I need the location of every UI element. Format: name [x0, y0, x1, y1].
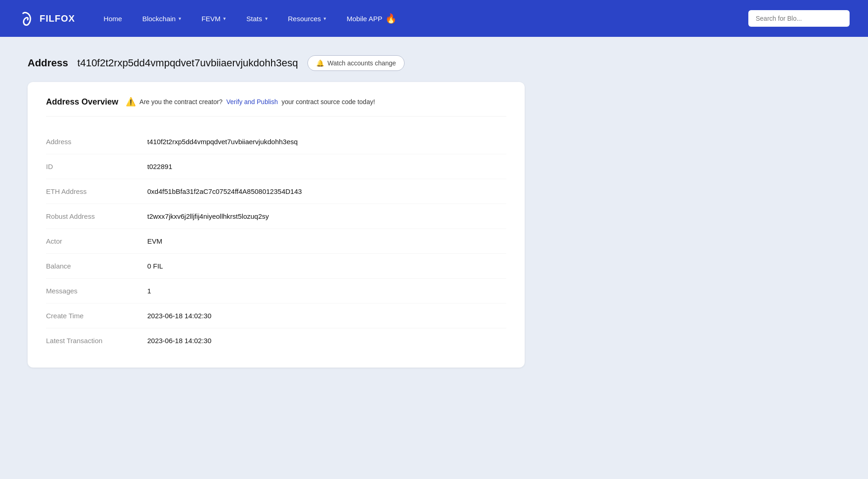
table-row: Messages1	[46, 279, 506, 304]
field-label: Messages	[46, 287, 147, 295]
nav-item-fevm[interactable]: FEVM ▾	[191, 0, 237, 37]
page-content: Address t410f2t2rxp5dd4vmpqdvet7uvbiiaer…	[0, 37, 552, 386]
nav-item-mobile-app[interactable]: Mobile APP 🔥	[336, 0, 407, 37]
nav-item-resources[interactable]: Resources ▾	[278, 0, 337, 37]
overview-title: Address Overview	[46, 97, 118, 107]
data-rows: Addresst410f2t2rxp5dd4vmpqdvet7uvbiiaerv…	[46, 129, 506, 353]
logo-text: FILFOX	[40, 13, 75, 24]
search-input[interactable]	[748, 10, 850, 27]
field-value: t2wxx7jkxv6j2lljfij4niyeollhkrst5lozuq2s…	[147, 212, 269, 220]
field-value: t022891	[147, 163, 172, 170]
overview-card: Address Overview ⚠️ Are you the contract…	[28, 82, 525, 368]
field-value: 0 FIL	[147, 262, 163, 270]
address-label: Address	[28, 57, 68, 69]
table-row: Robust Addresst2wxx7jkxv6j2lljfij4niyeol…	[46, 204, 506, 229]
bell-icon: 🔔	[316, 59, 324, 67]
table-row: Latest Transaction2023-06-18 14:02:30	[46, 328, 506, 353]
table-row: ActorEVM	[46, 229, 506, 254]
mobile-app-icon: 🔥	[385, 13, 397, 24]
nav-item-blockchain[interactable]: Blockchain ▾	[132, 0, 191, 37]
field-value: 0xd4f51bBfa31f2aC7c07524ff4A8508012354D1…	[147, 187, 302, 195]
warning-icon: ⚠️	[126, 97, 136, 107]
blockchain-chevron-icon: ▾	[179, 16, 181, 22]
address-header: Address t410f2t2rxp5dd4vmpqdvet7uvbiiaer…	[28, 55, 525, 71]
contract-notice: ⚠️ Are you the contract creator? Verify …	[126, 97, 375, 107]
logo-icon	[18, 10, 36, 27]
notice-text-after: your contract source code today!	[282, 98, 375, 105]
notice-text-before: Are you the contract creator?	[139, 98, 223, 105]
main-nav: FILFOX Home Blockchain ▾ FEVM ▾ Stats ▾ …	[0, 0, 868, 37]
verify-publish-link[interactable]: Verify and Publish	[226, 98, 278, 105]
watch-button-label: Watch accounts change	[328, 59, 396, 67]
field-value: 1	[147, 287, 151, 295]
address-value-header: t410f2t2rxp5dd4vmpqdvet7uvbiiaervjukdohh…	[77, 57, 298, 69]
field-label: Actor	[46, 237, 147, 245]
nav-item-home[interactable]: Home	[93, 0, 132, 37]
logo[interactable]: FILFOX	[18, 10, 75, 27]
table-row: ETH Address0xd4f51bBfa31f2aC7c07524ff4A8…	[46, 179, 506, 204]
field-value: EVM	[147, 237, 162, 245]
resources-chevron-icon: ▾	[324, 16, 326, 22]
field-label: ETH Address	[46, 187, 147, 195]
nav-links: Home Blockchain ▾ FEVM ▾ Stats ▾ Resourc…	[93, 0, 748, 37]
field-value: 2023-06-18 14:02:30	[147, 337, 211, 345]
stats-chevron-icon: ▾	[265, 16, 268, 22]
nav-item-stats[interactable]: Stats ▾	[236, 0, 278, 37]
table-row: Balance0 FIL	[46, 254, 506, 279]
overview-header: Address Overview ⚠️ Are you the contract…	[46, 97, 506, 117]
field-label: Create Time	[46, 312, 147, 320]
field-label: ID	[46, 163, 147, 170]
fevm-chevron-icon: ▾	[223, 16, 226, 22]
watch-accounts-button[interactable]: 🔔 Watch accounts change	[307, 55, 405, 71]
table-row: Create Time2023-06-18 14:02:30	[46, 304, 506, 328]
field-value: t410f2t2rxp5dd4vmpqdvet7uvbiiaervjukdohh…	[147, 138, 298, 146]
field-label: Address	[46, 138, 147, 146]
field-label: Balance	[46, 262, 147, 270]
table-row: Addresst410f2t2rxp5dd4vmpqdvet7uvbiiaerv…	[46, 129, 506, 154]
field-label: Latest Transaction	[46, 337, 147, 345]
field-label: Robust Address	[46, 212, 147, 220]
field-value: 2023-06-18 14:02:30	[147, 312, 211, 320]
table-row: IDt022891	[46, 154, 506, 179]
